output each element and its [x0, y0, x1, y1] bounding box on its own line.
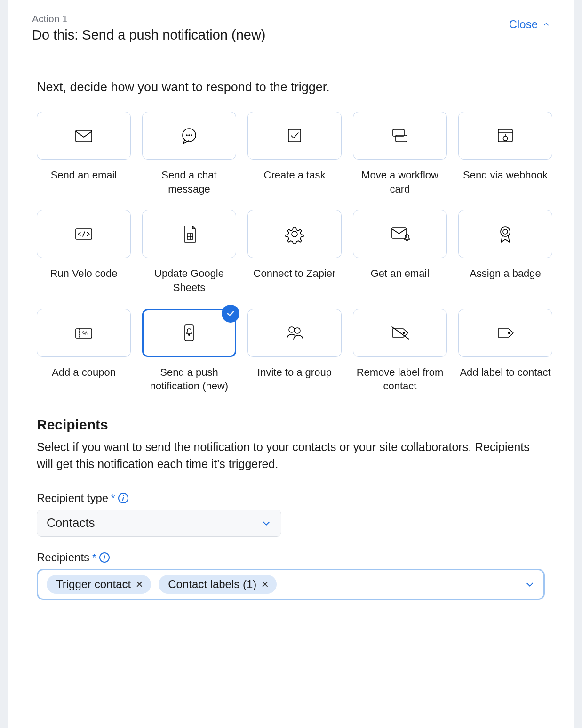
action-tile-create-task: Create a task: [247, 112, 342, 196]
action-tile-send-push: Send a push notification (new): [142, 309, 236, 393]
action-tile-invite-group: Invite to a group: [247, 309, 342, 393]
coupon-icon: [73, 322, 95, 344]
chip-remove-icon[interactable]: ✕: [261, 580, 269, 589]
action-tile-box[interactable]: [353, 210, 447, 258]
action-tile-box[interactable]: [458, 210, 552, 258]
award-icon: [494, 223, 516, 245]
action-tile-box[interactable]: [247, 309, 342, 357]
recipient-type-select[interactable]: Contacts: [37, 510, 281, 537]
recipients-desc: Select if you want to send the notificat…: [37, 438, 535, 473]
action-tile-add-label: Add label to contact: [458, 309, 552, 393]
action-tile-box[interactable]: [458, 309, 552, 357]
action-tile-label: Assign a badge: [470, 267, 541, 281]
action-tile-label: Send via webhook: [463, 168, 548, 182]
close-label: Close: [509, 18, 538, 31]
action-tile-assign-badge: Assign a badge: [458, 210, 552, 294]
action-tile-label: Remove label from contact: [353, 365, 447, 393]
action-grid: Send an emailSend a chat messageCreate a…: [37, 112, 545, 393]
action-tile-box[interactable]: [458, 112, 552, 160]
divider: [37, 622, 545, 622]
action-tile-connect-zapier: Connect to Zapier: [247, 210, 342, 294]
chip-label: Trigger contact: [56, 578, 131, 591]
recipients-label: Recipients: [37, 551, 89, 564]
close-button[interactable]: Close: [509, 13, 550, 31]
action-tile-box[interactable]: [353, 309, 447, 357]
recipient-chip: Trigger contact✕: [47, 575, 151, 594]
recipient-chip: Contact labels (1)✕: [159, 575, 277, 594]
gear-icon: [284, 223, 305, 245]
action-tile-label: Update Google Sheets: [142, 267, 236, 294]
chip-remove-icon[interactable]: ✕: [136, 580, 144, 589]
chip-label: Contact labels (1): [168, 578, 256, 591]
required-mark: *: [111, 492, 115, 504]
action-tile-label: Run Velo code: [50, 267, 117, 281]
action-tile-box[interactable]: [247, 112, 342, 160]
code-icon: [73, 223, 95, 245]
chat-icon: [178, 125, 200, 146]
action-tile-get-email: Get an email: [353, 210, 447, 294]
action-tile-add-coupon: Add a coupon: [37, 309, 131, 393]
action-tile-label: Connect to Zapier: [254, 267, 336, 281]
recipient-type-label: Recipient type: [37, 492, 108, 505]
action-tile-label: Invite to a group: [257, 365, 332, 380]
action-tile-label: Get an email: [371, 267, 430, 281]
chevron-down-icon: [525, 579, 535, 590]
action-tile-box[interactable]: [142, 112, 236, 160]
webhook-icon: [494, 125, 516, 146]
action-tile-box[interactable]: [37, 210, 131, 258]
action-tile-label: Send a push notification (new): [142, 365, 236, 393]
action-tile-box[interactable]: [353, 112, 447, 160]
info-icon[interactable]: i: [118, 493, 128, 503]
sheets-icon: [178, 223, 200, 245]
action-tile-label: Add label to contact: [460, 365, 550, 380]
action-tile-move-workflow: Move a workflow card: [353, 112, 447, 196]
action-tile-run-velo: Run Velo code: [37, 210, 131, 294]
action-tile-label: Move a workflow card: [353, 168, 447, 196]
group-icon: [284, 322, 305, 344]
envelope-bell-icon: [389, 223, 411, 245]
required-mark: *: [92, 551, 96, 564]
action-tile-send-webhook: Send via webhook: [458, 112, 552, 196]
recipients-multiselect[interactable]: Trigger contact✕Contact labels (1)✕: [37, 569, 545, 600]
recipient-type-value: Contacts: [47, 516, 95, 530]
action-header: Action 1 Do this: Send a push notificati…: [8, 0, 574, 57]
action-tile-box[interactable]: [142, 309, 236, 357]
recipients-title: Recipients: [37, 417, 545, 433]
action-tile-box[interactable]: [247, 210, 342, 258]
action-tile-label: Send a chat message: [142, 168, 236, 196]
action-tile-box[interactable]: [37, 112, 131, 160]
envelope-icon: [73, 125, 95, 146]
info-icon[interactable]: i: [99, 552, 110, 563]
action-tile-box[interactable]: [37, 309, 131, 357]
action-tile-remove-label: Remove label from contact: [353, 309, 447, 393]
action-tile-update-sheets: Update Google Sheets: [142, 210, 236, 294]
action-title: Do this: Send a push notification (new): [32, 27, 266, 43]
step-label: Action 1: [32, 13, 266, 24]
action-tile-label: Add a coupon: [52, 365, 116, 380]
cards-icon: [389, 125, 411, 146]
action-tile-label: Create a task: [264, 168, 326, 182]
action-tile-send-chat: Send a chat message: [142, 112, 236, 196]
check-square-icon: [284, 125, 305, 146]
push-icon: [178, 322, 200, 344]
action-tile-label: Send an email: [51, 168, 117, 182]
remove-tag-icon: [389, 322, 411, 344]
action-tile-box[interactable]: [142, 210, 236, 258]
action-tile-send-email: Send an email: [37, 112, 131, 196]
chevron-down-icon: [261, 518, 271, 528]
prompt-text: Next, decide how you want to respond to …: [37, 80, 545, 95]
chevron-up-icon: [542, 21, 550, 28]
selected-check-icon: [222, 305, 239, 323]
add-tag-icon: [494, 322, 516, 344]
